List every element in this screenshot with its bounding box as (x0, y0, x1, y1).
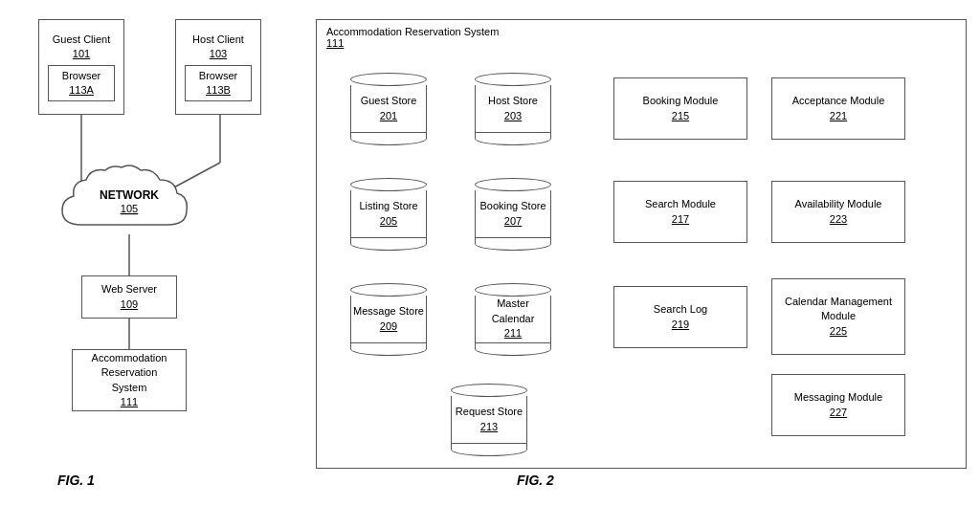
booking-store-bottom (475, 237, 551, 251)
booking-store: Booking Store207 (475, 178, 551, 251)
fig2-caption: FIG. 2 (517, 473, 554, 488)
listing-store-label: Listing Store205 (352, 199, 425, 229)
booking-module-box: Booking Module215 (613, 77, 747, 140)
host-client-box: Host Client103 Browser113B (175, 19, 261, 115)
fig1-caption: FIG. 1 (57, 473, 95, 488)
listing-store-id: 205 (380, 215, 397, 227)
availability-module-label: Availability Module223 (795, 197, 882, 227)
message-store-bottom (350, 342, 427, 356)
guest-store-id: 201 (380, 110, 397, 121)
master-calendar-body: Master Calendar211 (475, 296, 551, 343)
master-calendar-bottom (475, 342, 551, 356)
host-client-label: Host Client103 (192, 33, 244, 62)
ars-title-text: Accommodation Reservation System (326, 26, 499, 37)
ars-system-label: Accommodation Reservation System 111 (326, 26, 499, 49)
request-store-id: 213 (480, 421, 498, 432)
messaging-module-box: Messaging Module227 (771, 374, 905, 436)
booking-module-label: Booking Module215 (643, 94, 719, 123)
browser-a-id: 113A (69, 84, 94, 96)
request-store-body: Request Store213 (451, 396, 527, 444)
request-store-top (451, 384, 527, 397)
host-store: Host Store203 (475, 73, 551, 145)
master-calendar-id: 211 (504, 327, 522, 339)
browser-b-box: Browser113B (185, 65, 252, 101)
browser-a-label: Browser113A (62, 69, 100, 99)
host-store-top (475, 73, 551, 86)
fig1-area: Guest Client101 Browser113A Host Client1… (19, 10, 306, 497)
network-cloud: NETWORK 105 (53, 163, 206, 239)
host-store-id: 203 (504, 110, 522, 121)
listing-store-bottom (350, 237, 427, 251)
request-store: Request Store213 (451, 384, 527, 456)
master-calendar-top (475, 283, 551, 297)
listing-store-body: Listing Store205 (350, 190, 427, 238)
availability-module-box: Availability Module223 (771, 181, 905, 243)
web-server-id: 109 (121, 298, 138, 310)
request-store-bottom (451, 443, 527, 456)
web-server-box: Web Server109 (81, 275, 177, 319)
search-log-label: Search Log219 (654, 302, 707, 332)
message-store-label: Message Store209 (352, 304, 425, 334)
master-calendar: Master Calendar211 (475, 283, 551, 356)
host-store-label: Host Store203 (477, 94, 549, 123)
guest-store-bottom (350, 132, 427, 145)
calendar-mgmt-id: 225 (830, 325, 847, 337)
booking-module-id: 215 (672, 110, 689, 121)
message-store-id: 209 (380, 320, 397, 332)
messaging-module-label: Messaging Module227 (794, 390, 882, 420)
search-log-box: Search Log219 (613, 286, 747, 348)
host-store-bottom (475, 132, 551, 145)
booking-store-top (475, 178, 551, 191)
browser-a-box: Browser113A (48, 65, 115, 101)
svg-text:NETWORK: NETWORK (100, 188, 159, 202)
message-store-body: Message Store209 (350, 296, 427, 343)
request-store-label: Request Store213 (453, 405, 525, 434)
master-calendar-label: Master Calendar211 (477, 297, 549, 341)
page: Guest Client101 Browser113A Host Client1… (0, 0, 980, 506)
web-server-label: Web Server109 (101, 282, 157, 312)
acceptance-module-label: Acceptance Module221 (792, 94, 885, 123)
availability-module-id: 223 (830, 213, 847, 225)
calendar-mgmt-label: Calendar Management Module225 (772, 295, 904, 339)
calendar-mgmt-box: Calendar Management Module225 (771, 278, 905, 355)
browser-b-id: 113B (206, 84, 231, 96)
ars-box: AccommodationReservationSystem111 (72, 349, 187, 411)
guest-client-id: 101 (73, 48, 90, 59)
messaging-module-id: 227 (830, 407, 847, 418)
booking-store-body: Booking Store207 (475, 190, 551, 238)
booking-store-label: Booking Store207 (477, 199, 549, 229)
guest-store: Guest Store201 (350, 73, 427, 145)
ars-outer-box: Accommodation Reservation System 111 Gue… (316, 19, 967, 469)
search-module-box: Search Module217 (613, 181, 747, 243)
host-store-body: Host Store203 (475, 85, 551, 133)
host-client-id: 103 (210, 48, 227, 59)
guest-client-label: Guest Client101 (53, 33, 111, 62)
guest-store-body: Guest Store201 (350, 85, 427, 133)
fig2-area: Accommodation Reservation System 111 Gue… (306, 10, 961, 497)
listing-store-top (350, 178, 427, 191)
acceptance-module-box: Acceptance Module221 (771, 77, 905, 140)
ars-id: 111 (121, 396, 138, 407)
ars-system-id: 111 (326, 37, 344, 49)
search-log-id: 219 (672, 319, 689, 330)
listing-store: Listing Store205 (350, 178, 427, 251)
message-store-top (350, 283, 427, 297)
svg-text:105: 105 (121, 203, 138, 214)
browser-b-label: Browser113B (199, 69, 237, 99)
search-module-label: Search Module217 (645, 197, 716, 227)
ars-label: AccommodationReservationSystem111 (92, 351, 167, 410)
message-store: Message Store209 (350, 283, 427, 356)
acceptance-module-id: 221 (830, 110, 847, 121)
guest-store-label: Guest Store201 (352, 94, 425, 123)
guest-client-box: Guest Client101 Browser113A (38, 19, 124, 115)
search-module-id: 217 (672, 213, 689, 225)
booking-store-id: 207 (504, 215, 522, 227)
guest-store-top (350, 73, 427, 86)
